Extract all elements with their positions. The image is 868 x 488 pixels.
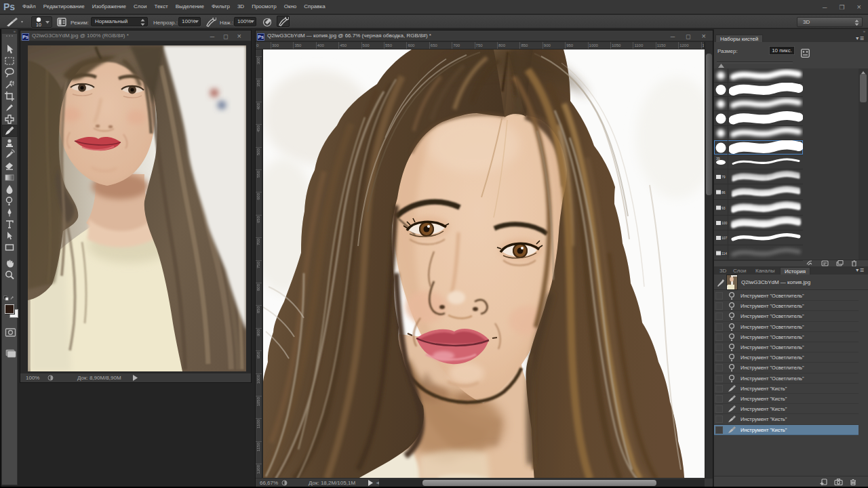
svg-text:114: 114 (722, 251, 727, 256)
svg-text:39: 39 (716, 157, 720, 161)
svg-text:10: 10 (36, 22, 41, 27)
svg-text:93: 93 (722, 206, 726, 210)
svg-text:86: 86 (722, 190, 726, 195)
svg-text:107: 107 (722, 236, 728, 240)
svg-text:79: 79 (722, 175, 726, 179)
svg-text:100: 100 (722, 221, 728, 225)
